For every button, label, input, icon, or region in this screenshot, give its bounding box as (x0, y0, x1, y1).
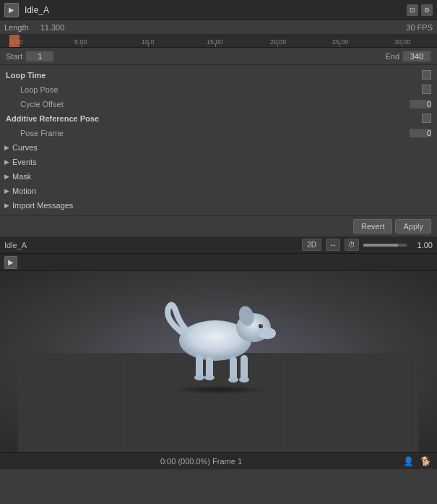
action-row: Revert Apply (0, 215, 437, 236)
timeline-cursor[interactable] (9, 35, 20, 47)
animation-title: Idle_A (25, 5, 407, 15)
curves-label: Curves (12, 143, 38, 152)
svg-point-10 (239, 377, 249, 383)
status-bar: 0:00 (000.0%) Frame 1 👤 🐕 (0, 452, 437, 469)
dog-model (154, 283, 284, 394)
top-bar: ▶ Idle_A ⊡ ⚙ (0, 0, 437, 20)
pose-frame-row: Pose Frame (0, 126, 437, 140)
play-viewport-button[interactable]: ▶ (4, 256, 17, 269)
events-label: Events (12, 158, 37, 166)
curves-arrow: ▶ (4, 144, 9, 151)
properties-panel: Loop Time Loop Pose Cycle Offset Additiv… (0, 65, 437, 215)
viewport-3d (0, 271, 437, 452)
svg-rect-6 (241, 355, 248, 380)
svg-point-14 (259, 324, 263, 328)
curves-section[interactable]: ▶ Curves (0, 140, 437, 155)
cycle-offset-label: Cycle Offset (20, 100, 64, 108)
viewport-bar: Idle_A 2D ↔ ⏱ 1.00 (0, 236, 437, 254)
apply-button[interactable]: Apply (395, 219, 431, 234)
svg-point-4 (259, 328, 276, 339)
2d-mode-button[interactable]: 2D (302, 239, 321, 251)
play-icon: ▶ (9, 6, 14, 14)
tick-30: 30:00 (394, 38, 411, 46)
zoom-value: 1.00 (410, 241, 433, 249)
stats-bar: Length 11.300 30 FPS (0, 20, 437, 35)
svg-point-13 (204, 375, 215, 380)
loop-pose-row: Loop Pose (0, 82, 437, 97)
end-label: End (385, 52, 399, 61)
dog-icon[interactable]: 🐕 (420, 456, 431, 467)
playback-row: ▶ (0, 254, 437, 271)
settings-icon[interactable]: ⚙ (421, 4, 433, 16)
tick-25: 25:00 (332, 38, 349, 46)
timeline-ruler[interactable]: 0:00 5:00 10:0 15:00 20:00 25:00 30:00 (0, 35, 437, 48)
zoom-slider[interactable] (363, 244, 407, 247)
motion-label: Motion (12, 187, 36, 195)
start-end-row: Start End (0, 48, 437, 65)
length-label: Length (4, 23, 29, 32)
top-icons: ⊡ ⚙ (407, 4, 433, 16)
motion-section[interactable]: ▶ Motion (0, 184, 437, 198)
mask-section[interactable]: ▶ Mask (0, 169, 437, 184)
events-arrow: ▶ (4, 158, 9, 166)
status-text: 0:00 (000.0%) Frame 1 (6, 457, 397, 466)
cycle-offset-row: Cycle Offset (0, 97, 437, 111)
save-icon[interactable]: ⊡ (407, 4, 418, 16)
import-messages-label: Import Messages (12, 201, 73, 210)
loop-pose-label: Loop Pose (20, 85, 59, 94)
tick-20: 20:00 (270, 38, 287, 46)
flip-icon[interactable]: ↔ (326, 239, 340, 251)
additive-ref-pose-label: Additive Reference Pose (6, 114, 99, 123)
motion-arrow: ▶ (4, 187, 9, 195)
mask-arrow: ▶ (4, 173, 9, 180)
person-icon[interactable]: 👤 (402, 456, 414, 467)
pose-frame-input[interactable] (410, 129, 431, 137)
revert-button[interactable]: Revert (353, 219, 392, 234)
import-messages-arrow: ▶ (4, 202, 9, 209)
pose-frame-label: Pose Frame (20, 129, 64, 137)
end-section: End (385, 51, 431, 62)
svg-point-15 (261, 325, 262, 326)
additive-ref-pose-checkbox[interactable] (422, 114, 431, 123)
mask-label: Mask (12, 172, 31, 181)
loop-time-label: Loop Time (6, 71, 46, 80)
start-label: Start (6, 52, 22, 61)
events-section[interactable]: ▶ Events (0, 155, 437, 169)
play-button[interactable]: ▶ (4, 3, 19, 17)
loop-time-checkbox[interactable] (422, 70, 431, 80)
viewport-title: Idle_A (4, 241, 298, 249)
play-viewport-icon: ▶ (8, 258, 14, 266)
cycle-offset-input[interactable] (410, 100, 431, 108)
start-input[interactable] (25, 51, 54, 62)
fps-label: 30 FPS (406, 23, 433, 32)
end-input[interactable] (402, 51, 431, 62)
timer-icon[interactable]: ⏱ (345, 239, 359, 251)
additive-ref-pose-group: Additive Reference Pose (0, 111, 437, 126)
loop-time-group: Loop Time (0, 68, 437, 82)
import-messages-section[interactable]: ▶ Import Messages (0, 198, 437, 213)
loop-pose-checkbox[interactable] (422, 85, 431, 94)
zoom-slider-container: 1.00 (363, 241, 433, 249)
svg-point-11 (228, 377, 238, 383)
tick-5: 5:00 (74, 38, 87, 46)
svg-point-12 (194, 375, 204, 380)
length-value: 11.300 (40, 23, 65, 32)
